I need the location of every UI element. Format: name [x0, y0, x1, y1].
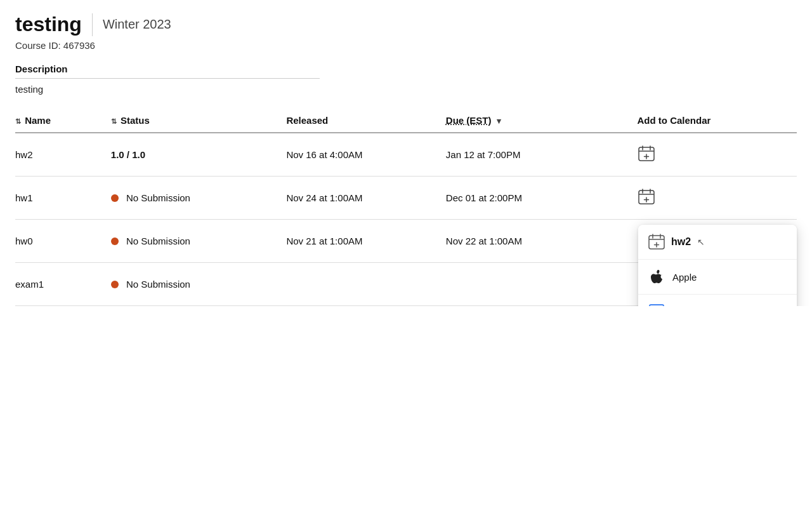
add-calendar-button[interactable]: [638, 188, 655, 208]
row-released: [286, 263, 445, 306]
row-name: hw0: [15, 220, 111, 263]
row-released: Nov 24 at 1:00AM: [286, 177, 445, 220]
description-text: testing: [15, 84, 797, 95]
row-released: Nov 16 at 4:00AM: [286, 133, 445, 177]
col-header-due[interactable]: Due (EST) ▾: [446, 110, 638, 133]
status-sort-icon: ⇅: [111, 117, 117, 126]
table-row: hw1 No Submission Nov 24 at 1:00AM Dec 0…: [15, 177, 797, 220]
row-name: exam1: [15, 263, 111, 306]
row-name: hw1: [15, 177, 111, 220]
row-status: No Submission: [111, 220, 287, 263]
apple-icon: [648, 269, 665, 285]
google-calendar-icon: 31: [648, 304, 665, 306]
dropdown-item-label-apple: Apple: [672, 272, 697, 283]
row-calendar-cell: [638, 133, 797, 177]
description-section: Description testing: [15, 64, 797, 95]
status-dot: [111, 194, 119, 202]
add-calendar-button[interactable]: [638, 145, 655, 164]
row-due: [446, 263, 638, 306]
col-header-name[interactable]: ⇅ Name: [15, 110, 111, 133]
row-status: No Submission: [111, 263, 287, 306]
row-name: hw2: [15, 133, 111, 177]
description-divider: [15, 78, 320, 79]
name-sort-icon: ⇅: [15, 117, 21, 126]
calendar-dropdown: hw2 ↖ Apple 31 Google: [638, 225, 797, 306]
dropdown-calendar-icon: [648, 234, 665, 250]
col-header-released: Released: [286, 110, 445, 133]
row-status: 1.0 / 1.0: [111, 133, 287, 177]
row-released: Nov 21 at 1:00AM: [286, 220, 445, 263]
course-title: testing: [15, 13, 82, 36]
dropdown-title: hw2: [671, 236, 691, 248]
cursor-icon: ↖: [697, 237, 705, 247]
dropdown-item-google[interactable]: 31 Google: [638, 295, 797, 306]
dropdown-header: hw2 ↖: [638, 225, 797, 260]
row-calendar-cell: [638, 177, 797, 220]
status-dot: [111, 281, 119, 288]
course-id: Course ID: 467936: [15, 40, 797, 51]
table-row: hw2 1.0 / 1.0 Nov 16 at 4:00AM Jan 12 at…: [15, 133, 797, 177]
row-due: Jan 12 at 7:00PM: [446, 133, 638, 177]
row-due: Nov 22 at 1:00AM: [446, 220, 638, 263]
col-header-calendar: Add to Calendar: [638, 110, 797, 133]
header-divider: [92, 13, 93, 36]
status-dot: [111, 237, 119, 245]
dropdown-item-apple[interactable]: Apple: [638, 260, 797, 295]
course-term: Winter 2023: [103, 17, 171, 32]
row-status: No Submission: [111, 177, 287, 220]
description-label: Description: [15, 64, 797, 74]
row-due: Dec 01 at 2:00PM: [446, 177, 638, 220]
due-sort-arrow: ▾: [497, 116, 501, 126]
col-header-status[interactable]: ⇅ Status: [111, 110, 287, 133]
